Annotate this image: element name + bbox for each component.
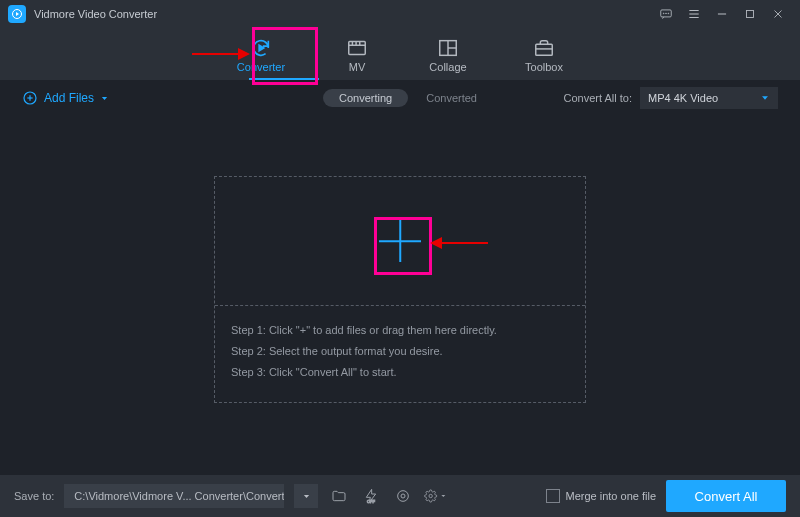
tab-label: Converter bbox=[237, 61, 285, 73]
svg-point-4 bbox=[666, 13, 667, 14]
tab-underline bbox=[249, 78, 319, 80]
converter-icon bbox=[250, 36, 272, 60]
add-files-label: Add Files bbox=[44, 91, 94, 105]
chevron-down-icon bbox=[760, 93, 770, 103]
plus-circle-icon bbox=[22, 90, 38, 106]
merge-checkbox[interactable]: Merge into one file bbox=[546, 489, 657, 503]
save-path-value: C:\Vidmore\Vidmore V... Converter\Conver… bbox=[74, 490, 284, 502]
tab-label: MV bbox=[349, 61, 366, 73]
open-folder-button[interactable] bbox=[328, 485, 350, 507]
collage-icon bbox=[437, 36, 459, 60]
add-files-button[interactable]: Add Files bbox=[22, 90, 109, 106]
close-button[interactable] bbox=[764, 0, 792, 28]
svg-point-36 bbox=[398, 491, 409, 502]
subbar: Add Files Converting Converted Convert A… bbox=[0, 80, 800, 116]
svg-marker-1 bbox=[16, 12, 19, 16]
svg-point-5 bbox=[668, 13, 669, 14]
dropzone-upper[interactable] bbox=[215, 177, 585, 306]
save-path-dropdown[interactable] bbox=[294, 484, 318, 508]
mv-icon bbox=[346, 36, 368, 60]
merge-label: Merge into one file bbox=[566, 490, 657, 502]
high-speed-button[interactable] bbox=[392, 485, 414, 507]
dropzone-instructions: Step 1: Click "+" to add files or drag t… bbox=[215, 306, 585, 397]
svg-point-38 bbox=[429, 494, 432, 497]
titlebar: Vidmore Video Converter bbox=[0, 0, 800, 28]
subtab-converted[interactable]: Converted bbox=[426, 92, 477, 104]
feedback-icon[interactable] bbox=[652, 0, 680, 28]
svg-point-37 bbox=[401, 494, 405, 498]
subtab-converting[interactable]: Converting bbox=[323, 89, 408, 107]
gpu-accel-button[interactable]: OFF bbox=[360, 485, 382, 507]
svg-point-3 bbox=[663, 13, 664, 14]
svg-rect-14 bbox=[349, 41, 366, 54]
svg-marker-27 bbox=[102, 97, 107, 100]
svg-marker-28 bbox=[762, 96, 768, 99]
main-tabstrip: Converter MV Collage Toolbox bbox=[0, 28, 800, 80]
svg-rect-10 bbox=[747, 11, 754, 18]
chevron-down-icon bbox=[302, 492, 311, 501]
svg-rect-22 bbox=[536, 44, 553, 55]
settings-button[interactable] bbox=[424, 485, 446, 507]
chevron-down-icon bbox=[100, 94, 109, 103]
convert-all-button[interactable]: Convert All bbox=[666, 480, 786, 512]
save-path-field[interactable]: C:\Vidmore\Vidmore V... Converter\Conver… bbox=[64, 484, 284, 508]
svg-marker-39 bbox=[441, 495, 445, 497]
big-plus-icon[interactable] bbox=[379, 220, 421, 262]
save-to-label: Save to: bbox=[14, 490, 54, 502]
chevron-down-icon bbox=[440, 492, 447, 500]
maximize-button[interactable] bbox=[736, 0, 764, 28]
app-logo-icon bbox=[8, 5, 26, 23]
step-text: Step 2: Select the output format you des… bbox=[231, 341, 569, 362]
main-area: Step 1: Click "+" to add files or drag t… bbox=[0, 116, 800, 456]
bottombar: Save to: C:\Vidmore\Vidmore V... Convert… bbox=[0, 475, 800, 517]
tab-toolbox[interactable]: Toolbox bbox=[519, 36, 569, 73]
app-title: Vidmore Video Converter bbox=[34, 8, 157, 20]
output-format-value: MP4 4K Video bbox=[648, 92, 718, 104]
tab-converter[interactable]: Converter bbox=[231, 36, 291, 73]
checkbox-box bbox=[546, 489, 560, 503]
convert-all-to-label: Convert All to: bbox=[564, 92, 632, 104]
output-format-select[interactable]: MP4 4K Video bbox=[640, 87, 778, 109]
toolbox-icon bbox=[533, 36, 555, 60]
convert-all-label: Convert All bbox=[695, 489, 758, 504]
svg-text:OFF: OFF bbox=[367, 499, 376, 504]
svg-marker-33 bbox=[304, 495, 309, 498]
tab-label: Toolbox bbox=[525, 61, 563, 73]
step-text: Step 3: Click "Convert All" to start. bbox=[231, 362, 569, 383]
minimize-button[interactable] bbox=[708, 0, 736, 28]
dropzone[interactable]: Step 1: Click "+" to add files or drag t… bbox=[214, 176, 586, 403]
tab-mv[interactable]: MV bbox=[337, 36, 377, 73]
menu-icon[interactable] bbox=[680, 0, 708, 28]
step-text: Step 1: Click "+" to add files or drag t… bbox=[231, 320, 569, 341]
tab-label: Collage bbox=[429, 61, 466, 73]
tab-collage[interactable]: Collage bbox=[423, 36, 473, 73]
